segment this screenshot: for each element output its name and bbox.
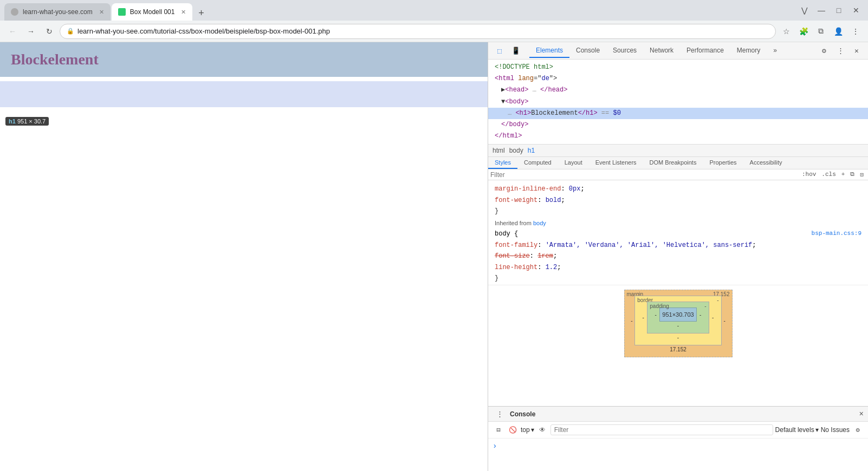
console-title: Console [510, 410, 535, 418]
minimize-button[interactable]: — [814, 3, 829, 18]
console-sidebar-button[interactable]: ⊟ [493, 424, 504, 436]
styles-tab-properties[interactable]: Properties [703, 157, 743, 169]
console-clear-button[interactable]: 🚫 [507, 424, 519, 436]
styles-tab-event-listeners[interactable]: Event Listeners [589, 157, 643, 169]
webpage: Blockelement h1 951 × 30.7 [0, 42, 488, 471]
extension-button[interactable]: 🧩 [795, 23, 812, 40]
chevron-down-icon: ▾ [531, 426, 534, 434]
console-panel: ⋮ Console × ⊟ 🚫 top ▾ 👁 Default levels [488, 406, 868, 471]
tree-doctype: <!DOCTYPE html> [488, 62, 868, 73]
tree-html[interactable]: <html lang="de"> [488, 73, 868, 84]
console-levels-selector[interactable]: Default levels ▾ [775, 426, 819, 434]
tab-sources[interactable]: Sources [606, 44, 643, 58]
styles-tab-computed[interactable]: Computed [517, 157, 558, 169]
webpage-header: Blockelement [0, 42, 488, 77]
tab-memory[interactable]: Memory [730, 44, 767, 58]
console-close-button[interactable]: × [859, 410, 864, 418]
breadcrumb-h1[interactable]: h1 [528, 147, 535, 154]
margin-side-row: - border - - padding - [629, 296, 728, 345]
css-body-close-brace: } [495, 273, 861, 284]
tab-search-button[interactable]: ⋁ [796, 3, 812, 18]
tab-more[interactable]: » [767, 44, 783, 58]
box-model-diagram: margin 17.152 - border - - [624, 290, 733, 357]
css-prop-fontfamily: font-family: 'Armata', 'Verdana', 'Arial… [495, 240, 861, 251]
console-eye-button[interactable]: 👁 [536, 424, 548, 436]
devtools-panel: ⬚ 📱 Elements Console Sources Network Per… [488, 42, 868, 471]
css-body-selector: body { [495, 230, 518, 238]
inherited-label: Inherited from body [488, 218, 868, 227]
tooltip-tag: h1 [9, 118, 16, 125]
styles-tab-accessibility[interactable]: Accessibility [743, 157, 789, 169]
devtools-more-button[interactable]: ⋮ [833, 44, 847, 58]
devtools-settings-button[interactable]: ⚙ [817, 44, 831, 58]
box-content-dimensions: 951×30.703 [662, 311, 694, 318]
tree-body[interactable]: ▼<body> [488, 96, 868, 108]
tab-favicon-site [11, 8, 18, 16]
new-tab-button[interactable]: + [193, 5, 209, 21]
console-prompt-arrow: › [493, 442, 497, 450]
breadcrumb-html[interactable]: html [493, 147, 505, 154]
filter-hov-button[interactable]: :hov [800, 171, 818, 179]
styles-tab-styles[interactable]: Styles [488, 157, 517, 169]
devtools-close-button[interactable]: ✕ [850, 44, 864, 58]
tree-head[interactable]: ▶<head> … </head> [488, 84, 868, 96]
padding-dash-top: - [704, 303, 706, 309]
css-filter-input[interactable] [490, 171, 798, 179]
tree-h1[interactable]: … <h1>Blockelement</h1> == $0 [488, 108, 868, 119]
chrome-menu-button[interactable]: ⋮ [847, 23, 864, 40]
styles-tab-layout[interactable]: Layout [558, 157, 589, 169]
window-button[interactable]: ⧉ [813, 23, 829, 40]
inherited-from-link[interactable]: body [533, 220, 546, 226]
tab-inactive[interactable]: learn-what-you-see.com ✕ [4, 3, 111, 21]
css-prop-margin: margin-inline-end: 0px; [495, 184, 861, 194]
tab-performance[interactable]: Performance [680, 44, 730, 58]
breadcrumb-body[interactable]: body [509, 147, 523, 154]
console-actions: ⊟ 🚫 top ▾ 👁 Default levels ▾ No Issues ⚙ [488, 422, 868, 439]
styles-tab-dom-breakpoints[interactable]: DOM Breakpoints [643, 157, 703, 169]
filter-cls-button[interactable]: .cls [819, 171, 838, 179]
css-rule-h1: margin-inline-end: 0px; font-weight: bol… [488, 182, 868, 218]
console-menu-icon[interactable]: ⋮ [493, 407, 507, 421]
devtools-toolbar: ⬚ 📱 Elements Console Sources Network Per… [488, 42, 868, 60]
box-content: 951×30.703 [659, 308, 696, 322]
css-file-link[interactable]: bsp-main.css:9 [812, 228, 861, 239]
title-bar-controls: ⋁ — □ ✕ [796, 3, 864, 18]
filter-add-button[interactable]: + [839, 171, 847, 179]
filter-bar: :hov .cls + ⧉ ⊡ [488, 169, 868, 180]
margin-right-val: - [722, 318, 728, 324]
tab-network[interactable]: Network [643, 44, 680, 58]
filter-layout-button[interactable]: ⊡ [858, 171, 866, 179]
inspector-icon-button[interactable]: ⬚ [493, 44, 507, 58]
address-bar[interactable]: 🔒 learn-what-you-see.com/tutorial-css/bo… [60, 24, 776, 39]
tab-close-2[interactable]: ✕ [181, 9, 186, 16]
maximize-button[interactable]: □ [831, 3, 846, 18]
close-window-button[interactable]: ✕ [848, 3, 864, 18]
tab-group: learn-what-you-see.com ✕ Box Modell 001 … [4, 0, 794, 21]
device-toolbar-button[interactable]: 📱 [509, 44, 523, 58]
tab-console[interactable]: Console [569, 44, 606, 58]
tree-body-close: </body> [488, 119, 868, 130]
console-body: › [488, 439, 868, 471]
tab-label-1: learn-what-you-see.com [23, 8, 93, 16]
box-model-container: margin 17.152 - border - - [488, 285, 868, 362]
forward-button[interactable]: → [23, 23, 39, 40]
content-area: Blockelement h1 951 × 30.7 ⬚ 📱 Elements … [0, 42, 868, 471]
console-toolbar: ⋮ Console × [488, 407, 868, 422]
border-side-row: - padding - - [639, 302, 716, 333]
console-context-selector[interactable]: top ▾ [521, 426, 534, 434]
back-button[interactable]: ← [4, 23, 21, 40]
tab-active[interactable]: Box Modell 001 ✕ [112, 3, 193, 21]
styles-tabs: Styles Computed Layout Event Listeners D… [488, 157, 868, 169]
border-right-val: - [709, 315, 717, 320]
tab-close-1[interactable]: ✕ [99, 9, 104, 16]
console-settings-button[interactable]: ⚙ [852, 424, 864, 436]
tab-elements[interactable]: Elements [529, 44, 569, 58]
bookmark-button[interactable]: ☆ [778, 23, 794, 40]
console-filter-input[interactable] [550, 424, 773, 435]
filter-copy-button[interactable]: ⧉ [848, 171, 857, 179]
css-prop-lineheight: line-height: 1.2; [495, 262, 861, 273]
profile-button[interactable]: 👤 [830, 23, 846, 40]
element-tooltip: h1 951 × 30.7 [5, 117, 49, 126]
refresh-button[interactable]: ↻ [41, 23, 57, 40]
margin-left-val: - [629, 318, 635, 324]
